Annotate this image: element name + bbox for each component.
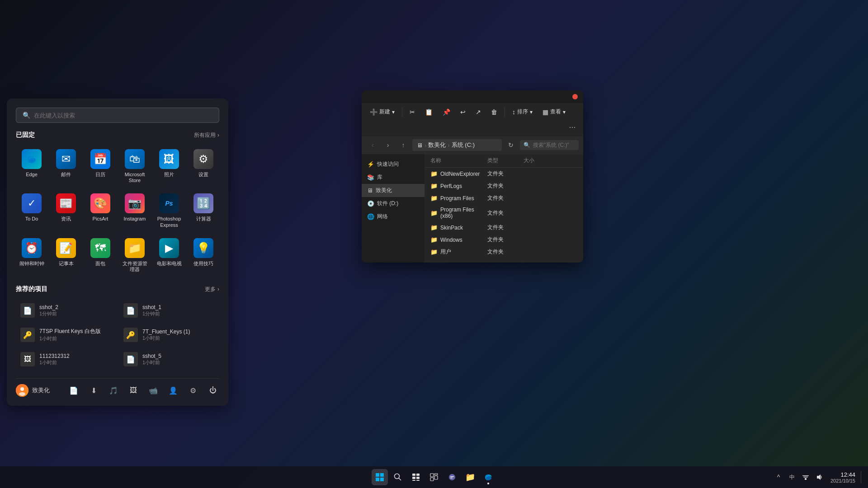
fe-view-btn[interactable]: ▦ 查看 ▾ <box>539 106 569 118</box>
store-icon: 🛍 <box>125 149 145 169</box>
taskbar-app-edge[interactable] <box>480 469 496 485</box>
bottom-profile-icon[interactable]: 👤 <box>167 384 179 397</box>
nav-refresh-btn[interactable]: ↻ <box>505 139 517 151</box>
bottom-settings-icon[interactable]: ⚙ <box>187 384 199 397</box>
nav-back-btn[interactable]: ‹ <box>366 139 379 151</box>
fe-cut-btn[interactable]: ✂ <box>406 106 419 118</box>
more-btn[interactable]: 更多 <box>205 286 219 293</box>
search-icon: 🔍 <box>23 112 30 119</box>
app-news[interactable]: 📰 资讯 <box>50 190 82 231</box>
start-button[interactable] <box>372 469 388 485</box>
delete-icon: 🗑 <box>491 108 497 116</box>
show-desktop-btn[interactable] <box>861 471 863 483</box>
fe-search-input[interactable] <box>533 142 575 148</box>
app-settings[interactable]: ⚙ 设置 <box>188 145 219 187</box>
bottom-video-icon[interactable]: 📹 <box>147 384 160 397</box>
file-row-2[interactable]: 📁 Program Files 文件夹 <box>425 192 583 204</box>
fe-copy-btn[interactable]: 📋 <box>421 106 436 118</box>
fe-paste-btn[interactable]: 📌 <box>439 106 454 118</box>
app-store[interactable]: 🛍 Microsoft Store <box>119 145 151 187</box>
more-chevron-icon <box>217 286 219 292</box>
tray-network[interactable] <box>800 471 811 483</box>
file-row-3[interactable]: 📁 Program Files (x86) 文件夹 <box>425 204 583 221</box>
app-calendar[interactable]: 📅 日历 <box>85 145 116 187</box>
fe-new-btn[interactable]: ➕ 新建 ▾ <box>366 106 398 118</box>
file-row-0[interactable]: 📁 OldNewExplorer 文件夹 <box>425 168 583 180</box>
bottom-power-icon[interactable]: ⏻ <box>207 384 219 397</box>
widgets-btn[interactable] <box>426 469 442 485</box>
rec-item-2[interactable]: 🔑 7TSP Fluent Keys 白色版 1小时前 <box>16 324 116 346</box>
breadcrumb[interactable]: 🖥 › 数美化 › 系统 (C:) <box>412 139 502 151</box>
file-row-4[interactable]: 📁 SkinPack 文件夹 <box>425 221 583 234</box>
sidebar-network[interactable]: 🌐 网络 <box>362 210 425 223</box>
search-input[interactable] <box>34 112 212 119</box>
file-row-1[interactable]: 📁 PerfLogs 文件夹 <box>425 180 583 192</box>
search-bar[interactable]: 🔍 <box>16 108 219 123</box>
chat-btn[interactable] <box>444 469 460 485</box>
tray-volume[interactable] <box>813 471 825 483</box>
instagram-icon: 📷 <box>125 193 145 213</box>
sidebar-library[interactable]: 📚 库 <box>362 171 425 184</box>
rec-item-0[interactable]: 📄 sshot_2 1分钟前 <box>16 300 116 321</box>
app-notes[interactable]: 📝 记事本 <box>50 235 82 276</box>
fe-rename-btn[interactable]: ↩ <box>457 106 469 118</box>
app-clock[interactable]: ⏰ 闹钟和时钟 <box>16 235 47 276</box>
app-maps[interactable]: 🗺 面包 <box>85 235 116 276</box>
mail-label: 邮件 <box>61 172 71 178</box>
task-view-btn[interactable] <box>408 469 424 485</box>
nav-forward-btn[interactable]: › <box>382 139 394 151</box>
app-picsart[interactable]: 🎨 PicsArt <box>85 190 116 231</box>
tray-language[interactable]: 中 <box>786 471 798 483</box>
folder-icon-4: 📁 <box>430 224 438 231</box>
app-photoshop[interactable]: Ps Photoshop Express <box>153 190 185 231</box>
chevron-right-icon <box>217 132 219 138</box>
user-info[interactable]: 致美化 <box>16 384 50 397</box>
app-mail[interactable]: ✉ 邮件 <box>50 145 82 187</box>
app-todo[interactable]: ✓ To Do <box>16 190 47 231</box>
fe-search-bar[interactable]: 🔍 <box>520 140 579 150</box>
fe-delete-btn[interactable]: 🗑 <box>487 106 501 118</box>
fe-more-btn[interactable]: ··· <box>566 121 579 133</box>
sidebar-software-d[interactable]: 💿 软件 (D:) <box>362 197 425 210</box>
app-calc[interactable]: 🔢 计算器 <box>188 190 219 231</box>
bottom-pictures-icon[interactable]: 🖼 <box>127 384 140 397</box>
tray-chevron[interactable]: ^ <box>773 471 784 483</box>
rec-item-4[interactable]: 🖼 1112312312 1小时前 <box>16 348 116 370</box>
search-taskbar-btn[interactable] <box>390 469 406 485</box>
sidebar-zhimeihua[interactable]: 🖥 致美化 <box>362 184 425 197</box>
app-movies[interactable]: ▶ 电影和电视 <box>153 235 185 276</box>
file-row-6[interactable]: 📁 用户 文件夹 <box>425 246 583 258</box>
fe-close-button[interactable]: ✕ <box>572 94 578 99</box>
app-photos[interactable]: 🖼 照片 <box>153 145 185 187</box>
app-edge[interactable]: Edge <box>16 145 47 187</box>
files-icon: 📁 <box>125 238 145 258</box>
clock-date: 2021/10/15 <box>830 478 855 483</box>
rec-item-5[interactable]: 📄 sshot_5 1小时前 <box>119 348 219 370</box>
bottom-docs-icon[interactable]: 📄 <box>67 384 80 397</box>
taskbar-app-files[interactable]: 📁 <box>462 469 478 485</box>
bottom-downloads-icon[interactable]: ⬇ <box>87 384 100 397</box>
pinned-label: 已固定 <box>16 131 35 139</box>
fe-sort-btn[interactable]: ↕ 排序 ▾ <box>509 106 536 118</box>
all-apps-btn[interactable]: 所有应用 <box>194 131 219 139</box>
clock-time: 12:44 <box>830 471 855 478</box>
rec-item-3[interactable]: 🔑 7T_Fluent_Keys (1) 1小时前 <box>119 324 219 346</box>
start-menu-bottom: 致美化 📄 ⬇ 🎵 🖼 📹 👤 ⚙ ⏻ <box>16 378 219 397</box>
app-files[interactable]: 📁 文件资源管理器 <box>119 235 151 276</box>
rec-item-1[interactable]: 📄 sshot_1 1分钟前 <box>119 300 219 321</box>
nav-up-btn[interactable]: ↑ <box>397 139 410 151</box>
app-tips[interactable]: 💡 使用技巧 <box>188 235 219 276</box>
clock[interactable]: 12:44 2021/10/15 <box>828 470 858 484</box>
toolbar-sep-1 <box>402 108 402 117</box>
file-row-5[interactable]: 📁 Windows 文件夹 <box>425 234 583 246</box>
bottom-music-icon[interactable]: 🎵 <box>107 384 120 397</box>
calc-label: 计算器 <box>196 216 211 222</box>
fe-share-btn[interactable]: ↗ <box>472 106 485 118</box>
svg-rect-19 <box>430 478 434 481</box>
rename-icon: ↩ <box>460 108 466 116</box>
sidebar-quick-access[interactable]: ⚡ 快速访问 <box>362 158 425 171</box>
clock-label: 闹钟和时钟 <box>19 261 44 267</box>
rec-name-4: 1112312312 <box>39 353 112 359</box>
new-icon: ➕ <box>370 108 377 116</box>
app-instagram[interactable]: 📷 Instagram <box>119 190 151 231</box>
